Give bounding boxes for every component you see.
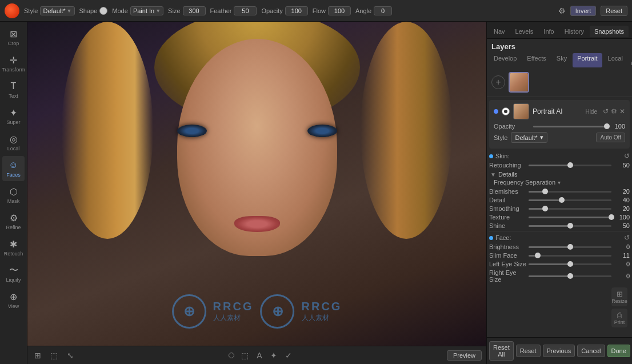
invert-button[interactable]: Invert (570, 6, 597, 16)
frame-icon[interactable]: ⬚ (48, 350, 60, 361)
shine-slider[interactable] (529, 225, 611, 227)
tool-faces[interactable]: ☺ Faces (2, 156, 25, 181)
cancel-button[interactable]: Cancel (577, 345, 605, 357)
flow-input[interactable] (328, 6, 351, 15)
size-input[interactable] (183, 6, 206, 15)
frame-bottom-icon[interactable]: ⬚ (239, 350, 251, 361)
smoothing-slider[interactable] (529, 208, 611, 210)
shape-circle-icon[interactable] (99, 7, 107, 15)
tab-info[interactable]: Info (539, 26, 558, 37)
skin-reset-icon[interactable]: ↺ (624, 152, 630, 160)
angle-input[interactable] (374, 6, 392, 15)
tool-local[interactable]: ◎ Local (2, 130, 25, 155)
reset-all-button[interactable]: Reset All (489, 341, 514, 361)
tab-levels[interactable]: Levels (511, 26, 538, 37)
print-button[interactable]: ⎙ Print (611, 309, 627, 327)
smoothing-thumb[interactable] (542, 206, 548, 211)
panel-scroll[interactable]: Skin: ↺ Retouching 50 ▼ Details Frequenc… (487, 150, 632, 337)
print-icon: ⎙ (617, 311, 622, 319)
hide-button[interactable]: Hide (583, 108, 599, 115)
brightness-slider[interactable] (529, 246, 611, 248)
left-eye-value: 0 (614, 261, 630, 267)
tool-view[interactable]: ⊕ View (2, 287, 25, 313)
done-button[interactable]: Done (607, 345, 630, 357)
style-select[interactable]: Default* ▼ (40, 6, 74, 15)
edit-icon-btn[interactable]: ✏ Edit (629, 53, 632, 67)
mask-icon: ⬡ (8, 186, 19, 197)
add-layer-button[interactable]: + (491, 75, 505, 89)
texture-thumb[interactable] (609, 214, 614, 220)
tool-transform[interactable]: ✛ Transform (2, 51, 25, 76)
opacity-input[interactable] (285, 6, 308, 15)
star-bottom-icon[interactable]: ✦ (268, 350, 279, 361)
main-content: ⊠ Crop ✛ Transform T Text ✦ Super ◎ Loca… (0, 22, 632, 364)
faces-icon: ☺ (8, 159, 19, 171)
layer-settings-icon[interactable]: ⚙ (611, 107, 617, 115)
face-oval (177, 39, 337, 256)
style-param-select[interactable]: Default* ▾ (511, 132, 547, 143)
tool-retouch[interactable]: ✱ Retouch (2, 235, 25, 260)
blemishes-thumb[interactable] (542, 189, 548, 194)
detail-slider[interactable] (529, 199, 611, 201)
resize-button[interactable]: ⊞ Resize (611, 287, 627, 306)
reset-button[interactable]: Reset (601, 6, 627, 16)
opacity-group: Opacity (261, 6, 307, 15)
canvas-image[interactable]: ⊕ RRCG 人人素材 ⊕ RRCG 人人素材 (27, 22, 486, 346)
blemishes-slider[interactable] (529, 191, 611, 193)
right-eye-slider[interactable] (529, 275, 611, 277)
brightness-thumb[interactable] (567, 244, 573, 250)
layer-visibility-icon[interactable] (502, 107, 510, 115)
tab-sky[interactable]: Sky (552, 53, 571, 67)
freq-sep-arrow-icon[interactable]: ▾ (558, 179, 561, 186)
opacity-thumb[interactable] (604, 123, 610, 129)
shine-thumb[interactable] (567, 223, 573, 229)
layer-thumb-portrait[interactable] (509, 72, 529, 93)
tab-develop[interactable]: Develop (489, 53, 521, 67)
tab-local[interactable]: Local (603, 53, 627, 67)
slim-face-slider[interactable] (529, 255, 611, 257)
left-eye-thumb[interactable] (567, 261, 573, 267)
check-bottom-icon[interactable]: ✓ (283, 350, 294, 361)
tool-liquify[interactable]: 〜 Liquify (2, 261, 25, 286)
tool-super[interactable]: ✦ Super (2, 103, 25, 129)
app-logo (5, 3, 19, 18)
auto-off-button[interactable]: Auto Off (596, 133, 625, 142)
retouching-thumb[interactable] (567, 162, 573, 168)
tab-portrait[interactable]: Portrait (573, 53, 602, 67)
previous-button[interactable]: Previous (543, 345, 575, 357)
opacity-slider[interactable] (533, 126, 607, 127)
detail-thumb[interactable] (559, 197, 565, 203)
layer-thumb-image (510, 73, 528, 91)
face-reset-icon[interactable]: ↺ (624, 234, 630, 242)
reset-footer-button[interactable]: Reset (516, 345, 541, 357)
shape-group: Shape (79, 7, 108, 15)
settings-icon[interactable]: ⚙ (558, 6, 566, 15)
tool-crop[interactable]: ⊠ Crop (2, 25, 25, 50)
tool-text[interactable]: T Text (2, 77, 25, 102)
browse-icon-btn[interactable]: ⊞ Browse (630, 24, 632, 38)
mode-select[interactable]: Paint In ▼ (130, 6, 163, 15)
details-arrow-icon[interactable]: ▼ (490, 171, 496, 178)
right-eye-thumb[interactable] (567, 273, 573, 279)
tool-refine[interactable]: ⚙ Refine (2, 209, 25, 234)
left-eye-slider[interactable] (529, 263, 611, 265)
transform-bottom-icon[interactable]: ⤡ (65, 350, 76, 361)
layer-close-icon[interactable]: ✕ (619, 107, 625, 115)
texture-slider[interactable] (529, 217, 611, 218)
tab-effects[interactable]: Effects (522, 53, 550, 67)
feather-input[interactable] (234, 6, 257, 15)
text-icon: T (8, 81, 19, 92)
text-bottom-icon[interactable]: A (254, 350, 264, 361)
layer-reset-icon[interactable]: ↺ (603, 107, 609, 115)
opacity-param-label: Opacity (494, 123, 531, 130)
retouching-slider[interactable] (529, 165, 611, 166)
detail-fill (529, 199, 562, 201)
tool-mask[interactable]: ⬡ Mask (2, 182, 25, 207)
tab-nav[interactable]: Nav (489, 26, 510, 37)
preview-button[interactable]: Preview (447, 350, 482, 361)
eye-right (307, 125, 337, 137)
tab-snapshots[interactable]: Snapshots (590, 26, 629, 37)
slim-face-thumb[interactable] (535, 253, 541, 258)
tab-history[interactable]: History (560, 26, 589, 37)
layers-bottom-icon[interactable]: ⊞ (32, 350, 43, 361)
